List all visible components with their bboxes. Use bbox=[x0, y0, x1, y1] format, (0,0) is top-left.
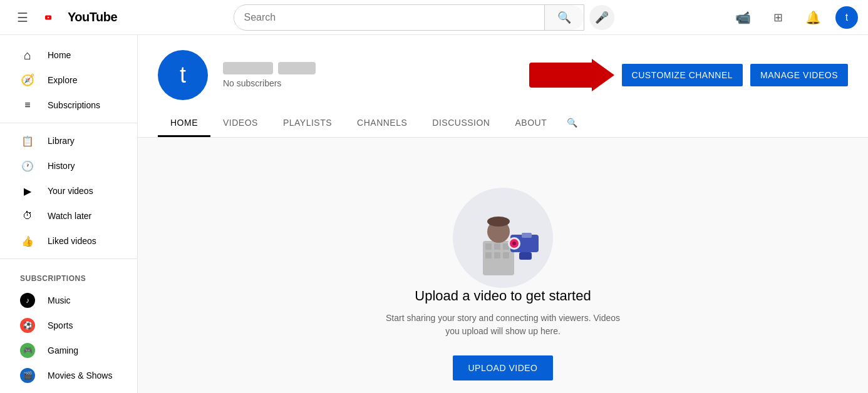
liked-videos-icon: 👍 bbox=[20, 235, 35, 247]
explore-icon: 🧭 bbox=[20, 73, 35, 87]
sports-channel-avatar: ⚽ bbox=[20, 318, 35, 333]
topbar-left: ☰ YouTube bbox=[10, 5, 117, 30]
search-input[interactable] bbox=[234, 7, 544, 28]
watch-later-icon: ⏱ bbox=[20, 210, 35, 222]
svg-rect-7 bbox=[503, 252, 509, 258]
search-icon: 🔍 bbox=[557, 11, 571, 24]
tab-channels[interactable]: CHANNELS bbox=[344, 110, 420, 137]
user-avatar[interactable]: t bbox=[835, 6, 858, 29]
apps-grid-icon: ⊞ bbox=[773, 11, 783, 24]
subscriptions-section-title: SUBSCRIPTIONS bbox=[0, 264, 137, 288]
svg-rect-6 bbox=[494, 252, 500, 258]
hamburger-menu-button[interactable]: ☰ bbox=[10, 5, 35, 30]
tab-about[interactable]: ABOUT bbox=[502, 110, 559, 137]
sidebar-item-music[interactable]: ♪ Music bbox=[5, 288, 132, 313]
channel-info-row: t No subscribers CUSTOM bbox=[158, 50, 848, 110]
tab-home[interactable]: HOME bbox=[158, 110, 210, 137]
manage-videos-button[interactable]: MANAGE VIDEOS bbox=[750, 64, 848, 86]
sidebar: ⌂ Home 🧭 Explore ≡ Subscriptions 📋 Libra… bbox=[0, 35, 138, 393]
sidebar-label-sports: Sports bbox=[48, 320, 73, 330]
blurred-name-block-2 bbox=[278, 62, 316, 74]
sidebar-item-movies-shows[interactable]: 🎬 Movies & Shows bbox=[5, 363, 132, 388]
channel-subscribers: No subscribers bbox=[223, 78, 316, 88]
create-video-button[interactable]: 📹 bbox=[730, 5, 755, 30]
topbar: ☰ YouTube 🔍 🎤 📹 ⊞ 🔔 t bbox=[0, 0, 868, 35]
search-button[interactable]: 🔍 bbox=[544, 5, 584, 30]
sidebar-label-gaming: Gaming bbox=[48, 345, 78, 355]
sidebar-label-your-videos: Your videos bbox=[48, 186, 93, 196]
sidebar-divider-1 bbox=[0, 123, 137, 123]
channel-search-button[interactable]: 🔍 bbox=[559, 110, 585, 137]
youtube-logo[interactable]: YouTube bbox=[45, 10, 117, 24]
sidebar-label-movies-shows: Movies & Shows bbox=[48, 370, 112, 380]
tab-videos[interactable]: VIDEOS bbox=[210, 110, 271, 137]
channel-info-left: t No subscribers bbox=[158, 50, 316, 100]
camera-person-svg bbox=[459, 194, 547, 282]
main-layout: ⌂ Home 🧭 Explore ≡ Subscriptions 📋 Libra… bbox=[0, 35, 868, 393]
upload-prompt: Upload a video to get started Start shar… bbox=[138, 138, 868, 393]
subscriptions-icon: ≡ bbox=[20, 100, 35, 111]
tab-playlists[interactable]: PLAYLISTS bbox=[271, 110, 344, 137]
channel-tabs: HOME VIDEOS PLAYLISTS CHANNELS DISCUSSIO… bbox=[158, 110, 848, 137]
sidebar-item-home[interactable]: ⌂ Home bbox=[5, 43, 132, 68]
upload-illustration bbox=[453, 188, 553, 288]
tab-discussion[interactable]: DISCUSSION bbox=[420, 110, 502, 137]
svg-rect-14 bbox=[519, 252, 532, 260]
channel-actions: CUSTOMIZE CHANNEL MANAGE VIDEOS bbox=[529, 59, 848, 91]
notifications-button[interactable]: 🔔 bbox=[800, 5, 825, 30]
sidebar-label-library: Library bbox=[48, 136, 75, 146]
yt-logo-wordmark: YouTube bbox=[68, 10, 117, 24]
svg-rect-3 bbox=[494, 243, 500, 250]
your-videos-icon: ▶ bbox=[20, 185, 35, 197]
sidebar-item-liked-videos[interactable]: 👍 Liked videos bbox=[5, 228, 132, 253]
create-video-icon: 📹 bbox=[735, 10, 751, 25]
arrow-head bbox=[592, 59, 614, 91]
apps-button[interactable]: ⊞ bbox=[765, 5, 790, 30]
sidebar-item-watch-later[interactable]: ⏱ Watch later bbox=[5, 203, 132, 228]
bell-icon: 🔔 bbox=[805, 10, 821, 25]
channel-header: t No subscribers CUSTOM bbox=[138, 35, 868, 138]
sidebar-item-history[interactable]: 🕐 History bbox=[5, 153, 132, 178]
sidebar-label-subscriptions: Subscriptions bbox=[48, 100, 100, 110]
sidebar-label-home: Home bbox=[48, 50, 71, 60]
sidebar-item-library[interactable]: 📋 Library bbox=[5, 128, 132, 153]
hamburger-icon: ☰ bbox=[17, 10, 28, 25]
upload-subtitle: Start sharing your story and connecting … bbox=[378, 312, 628, 338]
home-icon: ⌂ bbox=[20, 48, 35, 63]
sidebar-label-explore: Explore bbox=[48, 75, 77, 85]
mic-icon: 🎤 bbox=[595, 11, 609, 24]
channel-name-blurred bbox=[223, 62, 316, 74]
sidebar-item-subscriptions[interactable]: ≡ Subscriptions bbox=[5, 93, 132, 118]
sidebar-label-history: History bbox=[48, 161, 75, 171]
sidebar-item-explore[interactable]: 🧭 Explore bbox=[5, 68, 132, 93]
mic-button[interactable]: 🎤 bbox=[589, 5, 614, 30]
channel-details: No subscribers bbox=[223, 62, 316, 88]
svg-rect-15 bbox=[522, 233, 532, 238]
search-bar: 🔍 bbox=[234, 4, 584, 31]
history-icon: 🕐 bbox=[20, 160, 35, 172]
sidebar-label-music: Music bbox=[48, 295, 71, 305]
red-arrow-annotation bbox=[529, 59, 614, 91]
gaming-channel-avatar: 🎮 bbox=[20, 343, 35, 358]
topbar-right: 📹 ⊞ 🔔 t bbox=[730, 5, 858, 30]
channel-avatar: t bbox=[158, 50, 208, 100]
customize-channel-button[interactable]: CUSTOMIZE CHANNEL bbox=[622, 64, 743, 86]
sidebar-divider-2 bbox=[0, 258, 137, 259]
sidebar-label-liked-videos: Liked videos bbox=[48, 236, 96, 246]
svg-rect-2 bbox=[485, 243, 492, 250]
sidebar-item-sports[interactable]: ⚽ Sports bbox=[5, 313, 132, 338]
upload-title: Upload a video to get started bbox=[415, 288, 591, 304]
sidebar-item-gaming[interactable]: 🎮 Gaming bbox=[5, 338, 132, 363]
upload-video-button[interactable]: UPLOAD VIDEO bbox=[453, 355, 552, 380]
movies-channel-avatar: 🎬 bbox=[20, 368, 35, 383]
sidebar-label-watch-later: Watch later bbox=[48, 211, 91, 221]
svg-point-9 bbox=[487, 217, 510, 227]
blurred-name-block-1 bbox=[223, 62, 273, 74]
svg-rect-5 bbox=[485, 252, 492, 258]
arrow-body bbox=[529, 63, 592, 88]
sidebar-item-your-videos[interactable]: ▶ Your videos bbox=[5, 178, 132, 203]
search-area: 🔍 🎤 bbox=[117, 4, 730, 31]
music-channel-avatar: ♪ bbox=[20, 293, 35, 308]
svg-point-13 bbox=[512, 242, 516, 245]
main-content-area: t No subscribers CUSTOM bbox=[138, 35, 868, 393]
